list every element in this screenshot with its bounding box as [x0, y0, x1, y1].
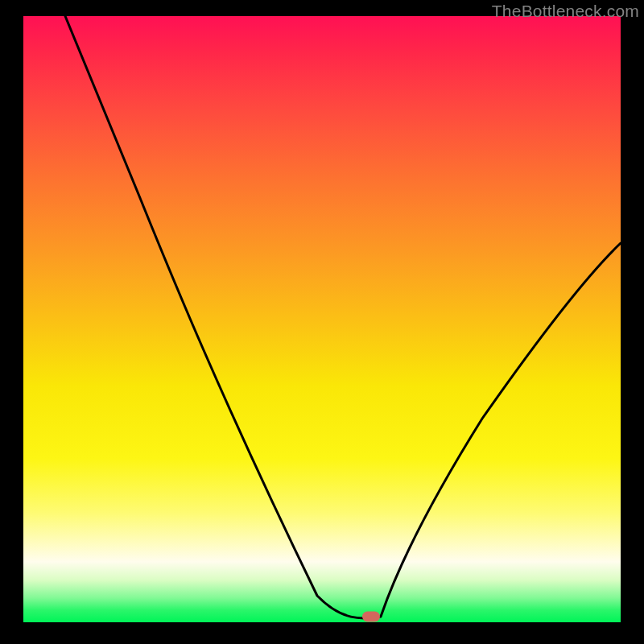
chart-frame: TheBottleneck.com: [0, 0, 644, 644]
bottleneck-curve: [23, 16, 621, 622]
plot-area: [23, 16, 621, 622]
curve-path: [65, 16, 621, 618]
watermark-text: TheBottleneck.com: [492, 2, 639, 21]
optimal-point-marker: [362, 612, 380, 622]
